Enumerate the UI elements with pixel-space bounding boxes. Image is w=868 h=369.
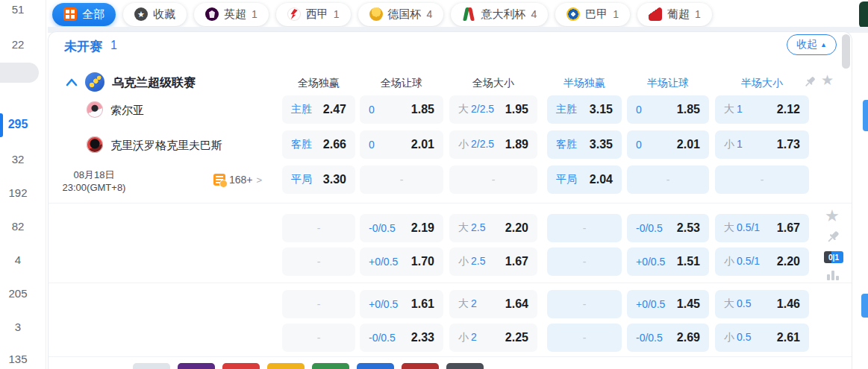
odds-value: 1.89 — [505, 138, 528, 151]
odds-cell[interactable]: -0/0.52.53 — [627, 214, 709, 242]
home-team-logo — [87, 101, 103, 118]
partial-floating-button[interactable] — [863, 100, 868, 131]
odds-cell[interactable]: 02.01 — [360, 130, 443, 159]
odds-cell[interactable]: 小0.52.61 — [715, 324, 809, 352]
sports-betting-screen: 51 22 295 32 192 82 4 205 3 135 全部 收藏 英超… — [0, 0, 868, 369]
odds-cell[interactable]: 主胜3.15 — [547, 95, 622, 124]
odds-cell-empty: - — [360, 165, 443, 194]
tab-premier-league[interactable]: 英超 1 — [194, 3, 269, 26]
league-collapse-chevron-icon[interactable] — [66, 78, 78, 86]
odds-label: -0/0.5 — [636, 332, 663, 344]
odds-cell[interactable]: 大0.51.46 — [715, 290, 809, 318]
home-team-name[interactable]: 索尔亚 — [110, 104, 144, 118]
sidebar-count[interactable]: 205 — [0, 286, 36, 302]
odds-label: 小2 — [458, 331, 477, 344]
odds-cell[interactable]: 小11.73 — [715, 130, 809, 159]
panel-scrollbar-thumb[interactable] — [842, 34, 850, 69]
odds-cell[interactable]: +0/0.51.61 — [360, 290, 443, 318]
tab-laliga[interactable]: 西甲 1 — [276, 3, 351, 26]
partial-league-chip[interactable] — [222, 363, 260, 369]
odds-cell[interactable]: 大12.12 — [715, 95, 809, 124]
odds-value: 1.73 — [777, 138, 800, 151]
odds-cell[interactable]: 小22.25 — [449, 324, 537, 352]
tab-favorites[interactable]: 收藏 — [123, 3, 187, 26]
pin-icon[interactable] — [825, 230, 840, 245]
odds-label: 小0.5/1 — [724, 255, 760, 268]
odds-line: -0/0.5 — [636, 222, 663, 234]
odds-cell[interactable]: 大0.5/11.67 — [715, 214, 809, 242]
sidebar-partial-pill[interactable] — [0, 63, 39, 83]
partial-league-chip[interactable] — [402, 363, 439, 369]
partial-league-chip[interactable] — [357, 363, 394, 369]
tab-italy-cup[interactable]: 意大利杯 4 — [451, 3, 548, 26]
odds-cell[interactable]: +0/0.51.70 — [360, 247, 443, 276]
partial-floating-button[interactable] — [861, 294, 868, 318]
sidebar-count[interactable]: 32 — [0, 151, 36, 168]
away-team-name[interactable]: 克里沃罗格克里夫巴斯 — [110, 139, 222, 153]
sidebar-count[interactable]: 192 — [0, 185, 36, 201]
tab-portugal-liga[interactable]: 葡超 1 — [637, 3, 712, 26]
odds-line: 2 — [471, 331, 477, 343]
odds-prefix: 小 — [458, 138, 469, 151]
partial-league-chip[interactable] — [133, 363, 170, 369]
odds-label: 主胜 — [291, 103, 312, 116]
odds-line: 0.5/1 — [737, 221, 760, 233]
sidebar-count[interactable]: 135 — [0, 351, 36, 368]
odds-cell[interactable]: -0/0.52.19 — [360, 214, 443, 242]
partial-widget-top-right[interactable] — [859, 1, 868, 28]
odds-cell[interactable]: +0/0.51.51 — [627, 247, 709, 276]
odds-cell[interactable]: 平局3.30 — [282, 165, 355, 194]
column-header-ht-1x2: 半场独赢 — [547, 77, 622, 90]
odds-value: 2.33 — [411, 331, 434, 344]
odds-line: 主胜 — [291, 103, 312, 116]
sidebar-count[interactable]: 51 — [0, 1, 36, 18]
odds-cell[interactable]: 02.01 — [627, 130, 709, 159]
sidebar-count[interactable]: 22 — [0, 37, 36, 53]
tab-german-cup[interactable]: 德国杯 4 — [358, 3, 444, 26]
odds-cell[interactable]: 大2.52.20 — [449, 214, 537, 242]
sidebar-count[interactable]: 82 — [0, 218, 36, 235]
odds-cell[interactable]: 小2.51.67 — [449, 247, 537, 276]
odds-cell[interactable]: 客胜2.66 — [282, 130, 355, 159]
bar-chart-icon[interactable] — [825, 268, 840, 283]
odds-line: 0 — [369, 104, 375, 116]
favorite-star-icon[interactable]: ★ — [825, 206, 840, 226]
odds-label: -0/0.5 — [369, 332, 396, 344]
odds-prefix: 大 — [724, 297, 734, 311]
odds-value: 2.69 — [677, 331, 700, 344]
star-icon[interactable]: ★ — [821, 72, 834, 89]
odds-cell[interactable]: -0/0.52.33 — [360, 324, 443, 352]
odds-cell-empty: - — [627, 165, 709, 194]
odds-label: 客胜 — [556, 138, 577, 151]
partial-league-chip[interactable] — [267, 363, 305, 369]
odds-cell[interactable]: 平局2.04 — [547, 165, 622, 194]
odds-cell[interactable]: 大2/2.51.95 — [449, 95, 537, 124]
odds-cell[interactable]: 大21.64 — [449, 290, 537, 318]
german-cup-icon — [369, 7, 383, 21]
odds-cell-empty: - — [547, 214, 622, 242]
partial-league-chip[interactable] — [446, 363, 484, 369]
odds-line: -0/0.5 — [636, 332, 663, 344]
collapse-button[interactable]: 收起 ▲ — [787, 34, 837, 55]
sidebar-count[interactable]: 3 — [0, 319, 36, 335]
grid-icon — [63, 7, 77, 21]
more-markets-count: 168+ — [229, 174, 253, 186]
odds-cell[interactable]: +0/0.51.45 — [627, 290, 709, 318]
sidebar-count[interactable]: 4 — [0, 252, 36, 268]
odds-cell[interactable]: 01.85 — [627, 95, 709, 124]
partial-league-chip[interactable] — [178, 363, 215, 369]
odds-cell[interactable]: 小0.5/12.20 — [715, 247, 809, 276]
odds-cell[interactable]: -0/0.52.69 — [627, 324, 709, 352]
odds-cell[interactable]: 客胜3.35 — [547, 130, 622, 159]
more-markets-link[interactable]: 168+ > — [213, 174, 262, 186]
odds-label: 小2/2.5 — [458, 138, 494, 151]
sidebar-count-active[interactable]: 295 — [0, 116, 36, 133]
tab-brazil-serie-a[interactable]: 巴甲 1 — [555, 3, 630, 26]
tab-all[interactable]: 全部 — [52, 3, 116, 26]
odds-format-toggle[interactable]: 0|1 — [824, 251, 843, 263]
pin-icon[interactable] — [803, 75, 817, 89]
partial-league-chip[interactable] — [312, 363, 349, 369]
odds-cell[interactable]: 小2/2.51.89 — [449, 130, 537, 159]
odds-cell[interactable]: 主胜2.47 — [282, 95, 355, 124]
odds-cell[interactable]: 01.85 — [360, 95, 443, 124]
